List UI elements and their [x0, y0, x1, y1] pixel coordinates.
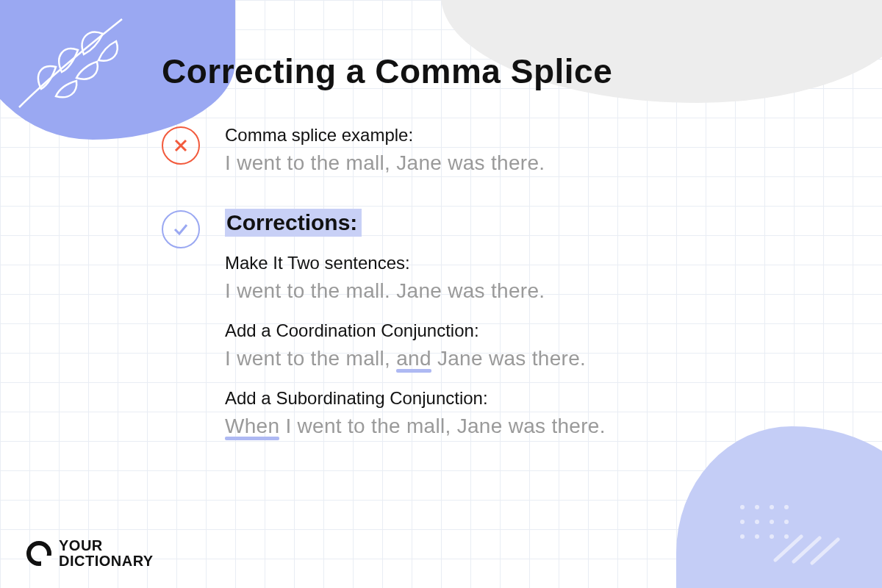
svg-point-0 — [740, 505, 745, 509]
correction-example-text: When I went to the mall, Jane was there. — [225, 415, 823, 438]
corrections-row: Corrections: Make It Two sentences: I we… — [162, 209, 823, 456]
main-content: Correcting a Comma Splice Comma splice e… — [162, 51, 823, 472]
underlined-word: When — [225, 415, 279, 437]
svg-point-9 — [755, 534, 759, 539]
decorative-lines-icon — [772, 531, 853, 567]
wrong-example-row: Comma splice example: I went to the mall… — [162, 125, 823, 193]
correction-label: Make It Two sentences: — [225, 253, 823, 273]
correction-label: Add a Coordination Conjunction: — [225, 320, 823, 341]
brand-logo: YOUR DICTIONARY — [26, 538, 154, 569]
underlined-word: and — [396, 347, 431, 370]
corrections-heading: Corrections: — [225, 209, 362, 237]
logo-mark-icon — [26, 541, 51, 566]
wrong-icon — [162, 126, 200, 165]
correction-label: Add a Subordinating Conjunction: — [225, 388, 823, 409]
correct-icon — [162, 210, 200, 248]
correction-example-text: I went to the mall. Jane was there. — [225, 279, 823, 303]
svg-point-8 — [740, 534, 745, 539]
correction-example-text: I went to the mall, and Jane was there. — [225, 347, 823, 370]
logo-text: YOUR DICTIONARY — [59, 538, 154, 569]
svg-point-6 — [770, 520, 774, 524]
leaf-icon — [4, 4, 137, 122]
svg-point-1 — [755, 505, 759, 509]
svg-point-7 — [784, 520, 789, 524]
wrong-label: Comma splice example: — [225, 125, 823, 146]
svg-point-5 — [755, 520, 759, 524]
page-title: Correcting a Comma Splice — [162, 51, 823, 91]
svg-point-3 — [784, 505, 789, 509]
wrong-example-text: I went to the mall, Jane was there. — [225, 151, 823, 175]
svg-point-2 — [770, 505, 774, 509]
svg-point-4 — [740, 520, 745, 524]
